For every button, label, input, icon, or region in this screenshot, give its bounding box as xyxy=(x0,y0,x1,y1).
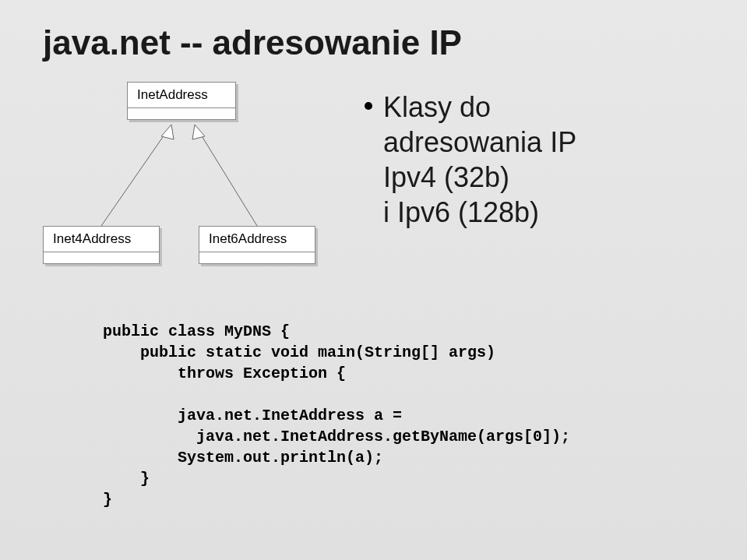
slide-title: java.net -- adresowanie IP xyxy=(43,23,462,62)
code-line: java.net.InetAddress.getByName(args[0]); xyxy=(103,428,570,446)
svg-line-0 xyxy=(101,125,171,226)
bullet-line-2: adresowania IP xyxy=(383,125,576,160)
svg-marker-3 xyxy=(192,125,205,139)
code-line: public class MyDNS { xyxy=(103,322,290,340)
bullet-list: Klasy do adresowania IP Ipv4 (32b) i Ipv… xyxy=(365,90,576,230)
bullet-text-1: Klasy do xyxy=(383,91,491,123)
bullet-line-1: Klasy do xyxy=(365,90,576,125)
uml-class-inetaddress: InetAddress xyxy=(127,82,236,120)
uml-class-inet4address: Inet4Address xyxy=(43,226,160,264)
uml-class-name: Inet4Address xyxy=(44,227,159,252)
uml-class-name: Inet6Address xyxy=(199,227,315,252)
bullet-line-3: Ipv4 (32b) xyxy=(383,160,576,195)
uml-diagram: InetAddress Inet4Address Inet6Address xyxy=(43,82,347,300)
uml-class-inet6address: Inet6Address xyxy=(199,226,315,264)
code-line: System.out.println(a); xyxy=(103,449,383,467)
bullet-icon xyxy=(365,102,372,110)
code-line: throws Exception { xyxy=(103,365,346,382)
svg-line-2 xyxy=(195,125,257,226)
code-line: public static void main(String[] args) xyxy=(103,343,495,361)
code-line: } xyxy=(103,470,150,488)
bullet-line-4: i Ipv6 (128b) xyxy=(383,195,576,230)
code-sample: public class MyDNS { public static void … xyxy=(103,321,570,510)
uml-class-name: InetAddress xyxy=(128,83,235,108)
code-line: java.net.InetAddress a = xyxy=(103,407,402,424)
code-line: } xyxy=(103,491,112,509)
